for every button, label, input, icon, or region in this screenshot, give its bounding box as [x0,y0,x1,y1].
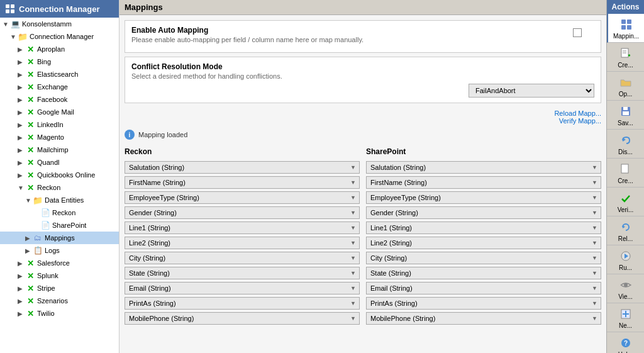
right-mapping-select-0[interactable]: Salutation (String) [366,161,601,174]
sidebar-item-quandl[interactable]: ▶✕Quandl [0,156,119,169]
sidebar-item-mappings[interactable]: ▶🗂Mappings [0,232,119,244]
action-mapping[interactable]: Mappin... [607,14,644,43]
sidebar-item-exchange[interactable]: ▶✕Exchange [0,81,119,93]
mapping-status: Mapping loaded [138,131,187,138]
sidebar-item-stripe[interactable]: ▶✕Stripe [0,282,119,294]
action-help[interactable]: ?Hel... [607,332,644,353]
left-mapping-select-10[interactable]: MobilePhone (String) [125,312,360,325]
right-select-wrapper-10: MobilePhone (String) [366,312,601,325]
svg-point-21 [624,283,628,287]
sidebar-label-exchange: Exchange [37,83,68,91]
action-label-verify: Veri... [618,206,634,213]
sidebar-item-linkedin[interactable]: ▶✕LinkedIn [0,118,119,131]
auto-mapping-text: Enable Auto Mapping Please enable auto-m… [131,26,560,47]
action-discard[interactable]: Dis... [607,130,644,159]
expand-arrow: ▶ [18,71,25,78]
sidebar-item-connection-manager[interactable]: ▼📁Connection Manager [0,30,119,43]
action-run[interactable]: Ru... [607,245,644,274]
reload-links: Reload Mapp... Verify Mapp... [125,107,601,127]
sidebar-item-magento[interactable]: ▶✕Magento [0,131,119,143]
action-create2[interactable]: Cre... [607,159,644,188]
sidebar-item-logs[interactable]: ▶📋Logs [0,244,119,257]
svg-rect-6 [621,25,626,30]
mapping-row: City (String)City (String) [125,252,601,264]
right-mapping-select-9[interactable]: PrintAs (String) [366,297,601,310]
item-icon-connector: ✕ [25,182,35,193]
sidebar-item-mailchimp[interactable]: ▶✕Mailchimp [0,143,119,156]
sidebar-item-google-mail[interactable]: ▶✕Google Mail [0,106,119,118]
right-select-wrapper-8: Email (String) [366,282,601,294]
left-mapping-select-5[interactable]: Line2 (String) [125,237,360,249]
expand-arrow: ▶ [18,109,25,116]
right-mapping-select-7[interactable]: State (String) [366,267,601,279]
item-icon-connector: ✕ [25,157,35,167]
conflict-resolution-select[interactable]: FailAndAbort OverwriteSource OverwriteTa… [469,84,594,98]
expand-arrow: ▶ [18,272,25,279]
actions-panel: Actions Mappin...Cre...Op...Sav...Dis...… [606,0,644,353]
sidebar-item-data-entities[interactable]: ▼📁Data Entities [0,194,119,206]
verify-mapping-link[interactable]: Verify Mapp... [125,117,601,125]
sidebar-item-bing[interactable]: ▶✕Bing [0,55,119,68]
sidebar-label-data-entities: Data Entities [45,196,84,204]
sidebar-item-facebook[interactable]: ▶✕Facebook [0,93,119,106]
mapping-row: Salutation (String)Salutation (String) [125,161,601,174]
sidebar-item-reckon-sub[interactable]: 📄Reckon [0,206,119,219]
action-verify[interactable]: Veri... [607,188,644,216]
sidebar-item-sharepoint-sub[interactable]: 📄SharePoint [0,219,119,232]
left-select-wrapper-2: EmployeeType (String) [125,191,360,204]
action-save[interactable]: Sav... [607,101,644,130]
right-mapping-select-3[interactable]: Gender (String) [366,206,601,219]
sidebar-item-szenarios[interactable]: ▶✕Szenarios [0,294,119,307]
expand-arrow: ▼ [10,33,18,40]
left-mapping-select-7[interactable]: State (String) [125,267,360,279]
action-reload[interactable]: Rel... [607,216,644,245]
sidebar-label-salesforce: Salesforce [37,259,70,267]
sidebar-item-salesforce[interactable]: ▶✕Salesforce [0,257,119,269]
right-mapping-select-5[interactable]: Line2 (String) [366,237,601,249]
left-mapping-select-3[interactable]: Gender (String) [125,206,360,219]
sidebar-item-twilio[interactable]: ▶✕Twilio [0,307,119,320]
sidebar-item-splunk[interactable]: ▶✕Splunk [0,269,119,282]
right-mapping-select-2[interactable]: EmployeeType (String) [366,191,601,204]
right-mapping-select-1[interactable]: FirstName (String) [366,176,601,189]
left-mapping-select-1[interactable]: FirstName (String) [125,176,360,189]
sidebar-item-konsolenstamm[interactable]: ▼💻Konsolenstamm [0,18,119,30]
sidebar-item-quickbooks[interactable]: ▶✕Quickbooks Online [0,169,119,181]
sidebar-label-reckon: Reckon [37,184,60,191]
action-create[interactable]: Cre... [607,43,644,72]
reload-mapping-link[interactable]: Reload Mapp... [125,109,601,117]
sidebar-item-elasticsearch[interactable]: ▶✕Elasticsearch [0,68,119,81]
svg-rect-1 [11,4,14,8]
action-icon-open [619,76,633,89]
sidebar-item-aproplan[interactable]: ▶✕Aproplan [0,43,119,55]
sidebar-label-aproplan: Aproplan [37,45,65,53]
right-mapping-select-10[interactable]: MobilePhone (String) [366,312,601,325]
action-icon-new [619,307,633,321]
action-icon-create2 [619,162,633,176]
right-mapping-select-8[interactable]: Email (String) [366,282,601,294]
sidebar-label-google-mail: Google Mail [37,108,74,116]
action-icon-mapping [619,18,633,31]
expand-arrow: ▶ [18,310,25,317]
right-select-wrapper-9: PrintAs (String) [366,297,601,310]
left-mapping-select-4[interactable]: Line1 (String) [125,221,360,234]
expand-arrow: ▶ [18,147,25,154]
left-mapping-select-8[interactable]: Email (String) [125,282,360,294]
action-icon-view [619,278,633,292]
svg-rect-3 [11,9,14,13]
right-mapping-select-4[interactable]: Line1 (String) [366,221,601,234]
left-mapping-select-0[interactable]: Salutation (String) [125,161,360,174]
action-label-open: Op... [619,91,633,98]
left-mapping-select-9[interactable]: PrintAs (String) [125,297,360,310]
left-mapping-select-2[interactable]: EmployeeType (String) [125,191,360,204]
auto-mapping-checkbox[interactable] [573,28,582,37]
expand-arrow: ▶ [18,285,25,292]
action-view[interactable]: Vie... [607,274,644,303]
action-open[interactable]: Op... [607,72,644,101]
action-new[interactable]: Ne... [607,303,644,332]
sidebar-item-reckon[interactable]: ▼✕Reckon [0,181,119,194]
right-select-wrapper-3: Gender (String) [366,206,601,219]
item-icon-connector: ✕ [25,57,35,67]
right-mapping-select-6[interactable]: City (String) [366,252,601,264]
left-mapping-select-6[interactable]: City (String) [125,252,360,264]
